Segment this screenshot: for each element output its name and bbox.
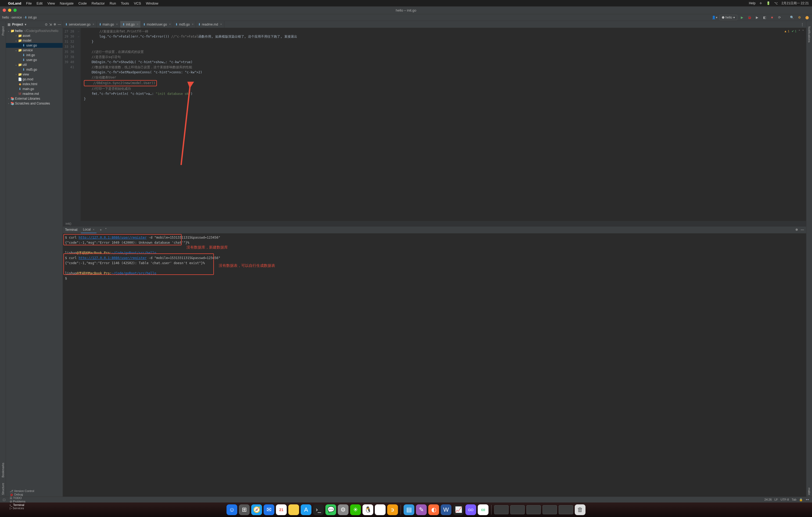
tab-main.go[interactable]: ⬇ main.go × <box>97 21 120 28</box>
reader-mode-icon[interactable]: 👓 <box>806 498 809 501</box>
fold-column[interactable]: ⌐⌐ <box>77 28 81 221</box>
app-name[interactable]: GoLand <box>8 1 21 5</box>
tree-node-readme.md[interactable]: Mreadme.md <box>6 91 63 96</box>
bottom-services[interactable]: ▷ Services <box>10 507 34 510</box>
clock[interactable]: 2月21日周一 22:21 <box>782 1 809 6</box>
tree-extra[interactable]: ›📚External Libraries <box>6 96 63 101</box>
bottom-version-control[interactable]: ⎇ Version Control <box>10 489 34 493</box>
tabs-menu-icon[interactable]: ⋮ <box>799 21 806 28</box>
tree-root[interactable]: ⌄📁 hello ~/Code/goRoot/src/hello <box>6 28 63 33</box>
battery-icon[interactable]: 🔋 <box>766 1 770 5</box>
dock-min-1[interactable] <box>494 505 509 514</box>
tree-node-user.go[interactable]: ⬇user.go <box>6 43 63 48</box>
toolwindow-quick-icon[interactable]: ▢ <box>3 498 5 501</box>
menu-vcs[interactable]: VCS <box>134 1 141 5</box>
menu-help[interactable]: Help <box>749 1 756 5</box>
status-pos[interactable]: 24:26 <box>764 498 772 501</box>
tree-node-main.go[interactable]: ⬇main.go <box>6 87 63 91</box>
dock-trash[interactable]: 🗑 <box>575 505 585 515</box>
notifications-icon[interactable]: ⬤ <box>804 15 810 21</box>
gear-icon[interactable]: ✲ <box>54 23 56 26</box>
breadcrumb-1[interactable]: service <box>11 16 25 19</box>
dock-min-2[interactable] <box>510 505 525 514</box>
menu-navigate[interactable]: Navigate <box>60 1 74 5</box>
menu-window[interactable]: Window <box>146 1 158 5</box>
user-icon[interactable]: 👤▾ <box>712 15 718 21</box>
dock-app-d[interactable]: ∞ <box>478 505 489 515</box>
chevron-down-icon[interactable]: ˅ <box>802 30 804 33</box>
bottom-problems[interactable]: ⊘ Problems <box>10 500 34 503</box>
tree-node-user.go[interactable]: ⬇user.go <box>6 58 63 62</box>
dock-wechat[interactable]: ✳ <box>350 505 361 515</box>
run-config-selector[interactable]: ⬢ hello ▾ <box>719 15 737 20</box>
editor-breadcrumb[interactable]: init() <box>63 221 806 226</box>
dock-mail[interactable]: ✉ <box>264 505 274 515</box>
tab-init.go[interactable]: ⬇ init.go × <box>120 21 141 28</box>
dock-goland[interactable]: GO <box>465 505 476 515</box>
dock-min-4[interactable] <box>543 505 557 514</box>
dock-notes[interactable] <box>288 505 299 515</box>
select-opened-icon[interactable]: ⊙ <box>45 23 48 26</box>
update-button[interactable]: ⟳ <box>777 15 782 21</box>
menu-refactor[interactable]: Refactor <box>92 1 105 5</box>
menu-tools[interactable]: Tools <box>121 1 129 5</box>
tree-node-model[interactable]: ⌄📁model <box>6 38 63 43</box>
inspection-widget[interactable]: ▲ 1 ✔ 1 ˄ ˅ <box>784 30 804 33</box>
traffic-light-zoom[interactable] <box>13 8 17 12</box>
close-icon[interactable]: × <box>116 23 118 26</box>
tab-model/user.go[interactable]: ⬇ model/user.go × <box>141 21 173 28</box>
chevron-up-icon[interactable]: ˄ <box>799 30 800 33</box>
dock-activity[interactable]: 📈 <box>453 505 464 515</box>
menu-edit[interactable]: Edit <box>36 1 42 5</box>
ide-settings-icon[interactable]: ⚙ <box>796 15 802 21</box>
tree-node-go.mod[interactable]: 📄go.mod <box>6 77 63 82</box>
profile-button[interactable]: ◧ <box>761 15 767 21</box>
tree-node-index.html[interactable]: ◆index.html <box>6 82 63 87</box>
status-enc[interactable]: UTF-8 <box>781 498 789 501</box>
coverage-button[interactable]: ▶ <box>754 15 760 21</box>
status-eol[interactable]: LF <box>774 498 778 501</box>
add-terminal-icon[interactable]: ＋ <box>99 228 103 232</box>
wifi-icon[interactable]: ᯽ <box>759 1 762 5</box>
strip-notifications[interactable]: Notifications <box>808 25 811 44</box>
tree-node-service[interactable]: ⌄📁service <box>6 48 63 53</box>
traffic-light-minimize[interactable] <box>8 8 11 12</box>
traffic-light-close[interactable] <box>3 8 6 12</box>
tree-node-util[interactable]: ⌄📁util <box>6 62 63 67</box>
tree-node-init.go[interactable]: ⬇init.go <box>6 53 63 58</box>
dock-word[interactable]: W <box>441 505 452 515</box>
dock-min-5[interactable] <box>559 505 573 514</box>
strip-bookmarks[interactable]: Bookmarks <box>1 461 5 479</box>
dock-settings[interactable]: ⚙ <box>338 505 348 515</box>
dock-messages[interactable]: 💬 <box>325 505 336 515</box>
dock-calendar[interactable]: 21 <box>276 505 287 515</box>
close-icon[interactable]: × <box>169 23 171 26</box>
project-tree[interactable]: ⌄📁 hello ~/Code/goRoot/src/hello ›📁asset… <box>6 28 63 496</box>
menu-file[interactable]: File <box>26 1 32 5</box>
control-center-icon[interactable]: ⌥ <box>774 1 778 5</box>
close-icon[interactable]: × <box>93 228 94 231</box>
gear-icon[interactable]: ✲ <box>795 228 798 232</box>
dock-launchpad[interactable]: ⊞ <box>239 505 250 515</box>
menu-view[interactable]: View <box>47 1 55 5</box>
dock-safari[interactable]: 🧭 <box>251 505 262 515</box>
dock-app-b[interactable]: ▤ <box>404 505 414 515</box>
bottom-terminal[interactable]: ›_ Terminal <box>10 503 34 507</box>
breadcrumb-2[interactable]: ⬇ init.go <box>25 16 38 19</box>
dock-qq[interactable]: 🐧 <box>362 505 373 515</box>
menu-code[interactable]: Code <box>79 1 87 5</box>
bottom-todo[interactable]: ☰ TODO <box>10 496 34 500</box>
tab-service/user.go[interactable]: ⬇ service/user.go × <box>63 21 97 28</box>
dock-terminal[interactable]: ›_ <box>313 505 324 515</box>
close-icon[interactable]: × <box>137 23 138 26</box>
debug-button[interactable]: 🐞 <box>747 15 752 21</box>
expand-all-icon[interactable]: ⇲ <box>49 23 52 26</box>
dock-finder[interactable]: ☺ <box>227 505 237 515</box>
search-icon[interactable]: 🔍 <box>789 15 795 21</box>
dock-chrome[interactable]: ◉ <box>375 505 385 515</box>
strip-make[interactable]: make <box>808 486 811 496</box>
menu-run[interactable]: Run <box>110 1 116 5</box>
hide-icon[interactable]: — <box>801 228 804 232</box>
dock-appstore[interactable]: A <box>301 505 312 515</box>
dock-postman[interactable]: ◐ <box>428 505 439 515</box>
